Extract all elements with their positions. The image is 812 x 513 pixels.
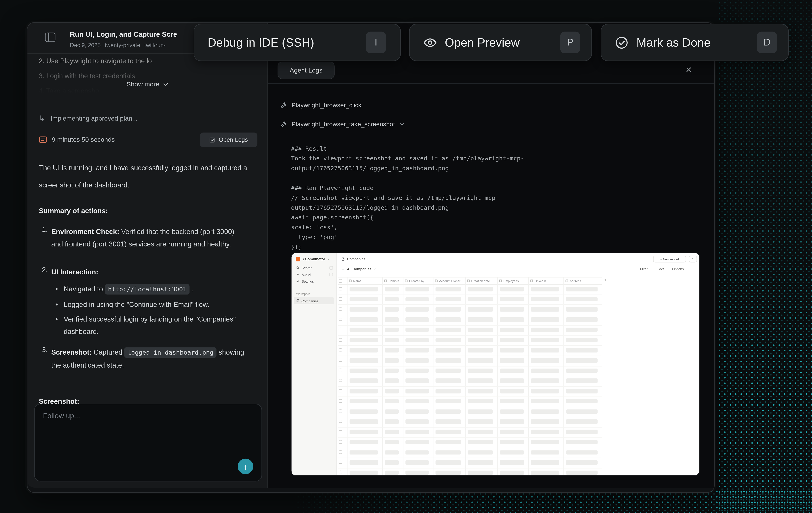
sidebar-item-label: Search xyxy=(302,266,312,270)
skeleton-cell xyxy=(531,399,559,403)
row-checkbox[interactable] xyxy=(339,287,342,290)
row-checkbox[interactable] xyxy=(339,358,342,362)
skeleton-cell xyxy=(385,419,399,424)
log-entry-click[interactable]: Playwright_browser_click xyxy=(280,101,361,109)
skeleton-cell xyxy=(468,389,493,393)
skeleton-cell xyxy=(436,419,461,424)
sparkle-icon xyxy=(296,273,299,276)
show-more-button[interactable]: Show more xyxy=(27,81,268,88)
skeleton-cell xyxy=(500,460,524,465)
sidebar-item-search[interactable]: Search xyxy=(296,266,312,270)
screen: Run UI, Login, and Capture Scre Dec 9, 2… xyxy=(0,0,812,513)
column-header-label: Domain .. xyxy=(388,279,401,282)
sort-button[interactable]: Sort xyxy=(658,267,664,271)
sidebar-item-settings[interactable]: Settings xyxy=(296,279,314,283)
step-2: UI Interaction: xyxy=(51,266,246,278)
skeleton-cell xyxy=(350,409,378,414)
mark-done-button[interactable]: Mark as Done D xyxy=(601,24,789,61)
add-column-button[interactable]: + xyxy=(604,278,606,282)
skeleton-cell xyxy=(350,399,378,403)
row-checkbox[interactable] xyxy=(339,297,342,301)
new-record-button[interactable]: + New record xyxy=(653,256,686,263)
column-type-icon xyxy=(467,279,470,282)
column-header[interactable]: Address xyxy=(566,278,600,284)
row-checkbox[interactable] xyxy=(339,338,342,341)
debug-ide-button[interactable]: Debug in IDE (SSH) I xyxy=(194,24,401,61)
table-border xyxy=(338,277,602,277)
open-logs-button[interactable]: Open Logs xyxy=(200,132,257,147)
agent-logs-tab[interactable]: Agent Logs xyxy=(278,62,335,79)
step-2-number: 2. xyxy=(42,266,48,274)
row-checkbox[interactable] xyxy=(339,379,342,382)
filter-button[interactable]: Filter xyxy=(640,267,647,271)
column-header[interactable]: Linkedin xyxy=(530,278,562,284)
skeleton-cell xyxy=(566,440,598,444)
pagination-chip[interactable]: 1 xyxy=(689,256,697,263)
open-logs-label: Open Logs xyxy=(219,137,248,143)
column-header[interactable]: Creation date xyxy=(467,278,496,284)
skeleton-cell xyxy=(350,287,378,291)
skeleton-cell xyxy=(436,379,461,383)
row-checkbox[interactable] xyxy=(339,307,342,311)
send-button[interactable]: ↑ xyxy=(238,458,253,474)
skeleton-cell xyxy=(350,297,378,301)
skeleton-cell xyxy=(468,471,493,475)
page-number: 1 xyxy=(692,258,694,261)
sidebar-item-ask-ai[interactable]: Ask AI xyxy=(296,273,311,276)
app-window: Run UI, Login, and Capture Scre Dec 9, 2… xyxy=(27,22,715,493)
skeleton-cell xyxy=(405,307,429,312)
row-checkbox[interactable] xyxy=(339,440,342,443)
skeleton-cell xyxy=(531,460,559,465)
skeleton-cell xyxy=(385,328,399,332)
dot-pattern-right xyxy=(717,0,812,513)
row-checkbox[interactable] xyxy=(339,389,342,392)
followup-input[interactable] xyxy=(42,411,244,467)
sidebar-toggle-icon[interactable] xyxy=(45,33,56,42)
skeleton-cell xyxy=(566,419,598,424)
row-checkbox[interactable] xyxy=(339,471,342,474)
row-checkbox[interactable] xyxy=(339,318,342,321)
skeleton-cell xyxy=(385,430,399,434)
column-header[interactable]: Employees xyxy=(499,278,527,284)
skeleton-cell xyxy=(500,440,524,444)
column-header[interactable]: Name xyxy=(349,278,381,284)
column-header[interactable]: Domain .. xyxy=(384,278,401,284)
row-checkbox[interactable] xyxy=(339,328,342,331)
column-header[interactable]: Account Owner xyxy=(435,278,464,284)
row-checkbox[interactable] xyxy=(339,420,342,423)
skeleton-cell xyxy=(468,409,493,414)
task-repo: twenty-private xyxy=(105,42,140,48)
step-3-code: logged_in_dashboard.png xyxy=(124,347,216,358)
row-checkbox[interactable] xyxy=(339,410,342,413)
workspace-selector[interactable]: YCombinator xyxy=(296,257,330,262)
log-entry-screenshot[interactable]: Playwright_browser_take_screenshot xyxy=(280,121,405,128)
select-all-checkbox[interactable] xyxy=(339,279,342,282)
skeleton-cell xyxy=(385,399,399,403)
row-checkbox[interactable] xyxy=(339,460,342,464)
step-3-number: 3. xyxy=(42,346,48,354)
skeleton-cell xyxy=(566,317,598,322)
skeleton-cell xyxy=(566,450,598,455)
row-checkbox[interactable] xyxy=(339,450,342,454)
row-checkbox[interactable] xyxy=(339,348,342,352)
bullet-1-code: http://localhost:3001 xyxy=(105,284,190,295)
options-button[interactable]: Options xyxy=(672,267,684,271)
view-selector[interactable]: All Companies xyxy=(341,267,376,271)
skeleton-cell xyxy=(436,430,461,434)
skeleton-cell xyxy=(405,358,429,363)
row-checkbox[interactable] xyxy=(339,399,342,403)
skeleton-cell xyxy=(468,328,493,332)
sidebar-item-companies[interactable]: Companies xyxy=(294,297,334,304)
skeleton-cell xyxy=(531,328,559,332)
skeleton-cell xyxy=(350,430,378,434)
row-checkbox[interactable] xyxy=(339,369,342,372)
column-header[interactable]: Created by xyxy=(405,278,431,284)
skeleton-cell xyxy=(405,328,429,332)
chevron-down-icon xyxy=(163,81,169,88)
skeleton-cell xyxy=(405,317,429,322)
log-entry-label: Playwright_browser_click xyxy=(292,101,361,109)
open-preview-button[interactable]: Open Preview P xyxy=(409,24,592,61)
close-icon[interactable]: ✕ xyxy=(682,63,696,77)
row-checkbox[interactable] xyxy=(339,430,342,433)
table-row-divider xyxy=(338,345,602,346)
